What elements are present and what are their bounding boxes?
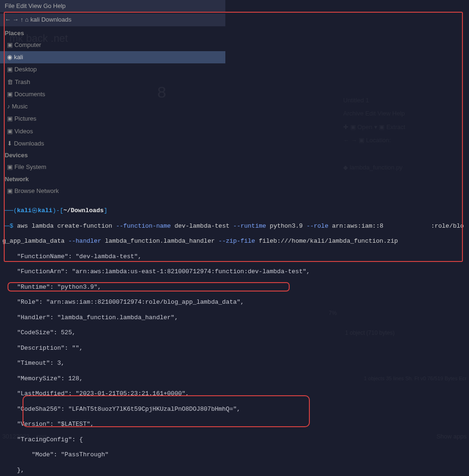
bg-untitled: Untitled 1 xyxy=(338,94,469,107)
bg-archive-menu: Archive Edit View Help xyxy=(338,107,469,120)
out1-l01: "FunctionName": "dev-lambda-test", xyxy=(2,253,469,261)
out1-l03: "Runtime": "python3.9", xyxy=(2,284,469,291)
out1-l11: "CodeSha256": "LFAhT5t8uozY7lK6t59CpjHKU… xyxy=(2,406,469,413)
out1-l14: "Mode": "PassThrough" xyxy=(2,451,469,459)
out1-l06: "CodeSize": 525, xyxy=(2,329,469,337)
bg-file-manager: File Edit View Go Help ← → ↑ ⌂ kali Down… xyxy=(0,0,225,197)
bg-fm-computer: ▣ Computer xyxy=(0,39,225,51)
out1-l10: "LastModified": "2023-01-21T05:23:21.161… xyxy=(2,390,469,398)
bg-fm-pictures: ▣ Pictures xyxy=(0,113,225,125)
out1-l02: "FunctionArn": "arn:aws:lambda:us-east-1… xyxy=(2,268,469,276)
out1-l04: "Role": "arn:aws:iam::821000712974:role/… xyxy=(2,299,469,306)
bg-fm-browse: ▣ Browse Network xyxy=(0,185,225,197)
out1-l15: }, xyxy=(2,467,469,474)
bg-fm-music: ♪ Music xyxy=(0,100,225,113)
bg-fm-desktop: ▣ Desktop xyxy=(0,63,225,76)
bg-fm-kali: ◉ kali xyxy=(0,51,225,63)
prompt-line-1: ┌──(kali㉿kali)-[~/Downloads] xyxy=(2,207,469,215)
bg-pyfile: ◆ lambda_function.py xyxy=(338,161,469,174)
out1-l13: "TracingConfig": { xyxy=(2,436,469,444)
bg-fm-places-header: Places xyxy=(0,28,225,39)
bg-fm-devices-header: Devices xyxy=(0,150,225,161)
out1-l08: "Timeout": 3, xyxy=(2,360,469,367)
bg-fm-videos: ▣ Videos xyxy=(0,125,225,138)
out1-l09: "MemorySize": 128, xyxy=(2,375,469,383)
bg-fm-downloads: ⬇ Downloads xyxy=(0,138,225,150)
bg-fm-nav: ← → ↑ ⌂ kali Downloads xyxy=(0,14,225,26)
bg-fm-trash: 🗑 Trash xyxy=(0,76,225,88)
cmd-line-1: └─$ aws lambda create-function --functio… xyxy=(2,223,469,230)
bg-archive-toolbar: ✚ ▣ Open ▾ ▣ Extract xyxy=(338,121,469,134)
bg-fm-filesystem: ▣ File System xyxy=(0,161,225,173)
bg-archive-location: ← → ▣ Location: xyxy=(338,134,469,147)
bg-fm-network-header: Network xyxy=(0,174,225,185)
bg-archive-panel: Untitled 1 Archive Edit View Help ✚ ▣ Op… xyxy=(338,94,469,174)
terminal[interactable]: ┌──(kali㉿kali)-[~/Downloads] └─$ aws lam… xyxy=(0,197,469,476)
cmd-line-1b: g_app_lambda_data --handler lambda_funct… xyxy=(2,238,469,245)
bg-fm-documents: ▣ Documents xyxy=(0,88,225,100)
out1-l07: "Description": "", xyxy=(2,345,469,352)
out1-l05: "Handler": "lambda_function.lambda_handl… xyxy=(2,314,469,322)
bg-fm-menu: File Edit View Go Help xyxy=(0,0,225,12)
out1-l12: "Version": "$LATEST", xyxy=(2,421,469,428)
